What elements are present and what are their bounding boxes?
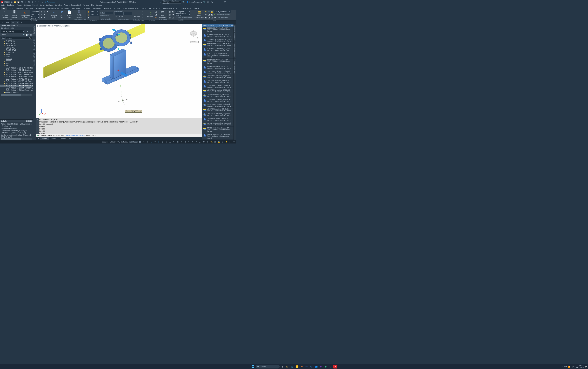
customize-button[interactable]: ≡	[232, 140, 236, 143]
qat-saveas-icon[interactable]: 🖫	[21, 1, 23, 3]
view-tool-3[interactable]: ▧	[168, 16, 171, 19]
ribbon-tab-sucri[interactable]: SuCri	[193, 7, 200, 10]
layer-tool-c[interactable]: ◫	[210, 16, 213, 19]
doc-tab-001[interactable]: 001*✕	[11, 21, 20, 24]
gizmo-toggle[interactable]: ✥	[191, 140, 194, 143]
compass-toggle[interactable]: ◉	[87, 16, 90, 19]
current-project-dropdown[interactable]: Internal_Training	[1, 30, 24, 33]
show-all-button[interactable]: 👁Alle anzeigen	[159, 10, 166, 18]
drawing-canvas[interactable]: [–][Benutzerdefinierte Ansicht][Konzeptu…	[36, 24, 202, 118]
spec-dropdown-3[interactable]: SuCri Module	[30, 16, 40, 19]
panel-caption[interactable]: Teil einfügen ▾	[20, 19, 50, 21]
search-icon[interactable]: 🔍	[29, 37, 31, 39]
data-manager-button[interactable]: 🗄Daten- manager	[10, 10, 19, 18]
palette-item[interactable]: STABIL D3G,Undefined_ET (SuCri Module 1 …	[202, 122, 233, 127]
iso-toggle[interactable]: ◈	[157, 140, 160, 143]
side-tab-0[interactable]: Quelldateien	[33, 24, 36, 36]
view-tool-1[interactable]: ▦	[168, 10, 171, 13]
zentrum-label[interactable]: ⊕ Zentrum ▾	[100, 14, 109, 16]
menu-datei[interactable]: Datei	[1, 4, 5, 7]
dynucs-toggle[interactable]: ⊿	[184, 140, 187, 143]
lauf-input[interactable]	[123, 12, 132, 15]
layer-adjust-label[interactable]: Layer anpassen	[217, 17, 228, 18]
tree-node[interactable]: ▪PN15CM1S01	[0, 45, 33, 47]
qat-saveweb-icon[interactable]: 🖫	[28, 1, 30, 3]
ribbon-tab-beschriften[interactable]: Beschriften	[70, 7, 82, 10]
tree-hscrollbar[interactable]	[1, 94, 32, 96]
side-tab-1[interactable]: Orthogonale DWG	[33, 36, 36, 51]
layer-tool-a[interactable]: ◩	[204, 16, 207, 19]
isolate-toggle[interactable]: ◎	[221, 140, 224, 143]
support-tool-2[interactable]: ▪	[142, 13, 144, 16]
layer-match-icon[interactable]: ≣	[204, 13, 207, 16]
compass-icon-1[interactable]: ◐	[87, 10, 90, 13]
layout-tab-layout1[interactable]: Layout1	[49, 137, 58, 140]
tree-node[interactable]: ▪PN15CL1S01	[0, 42, 33, 45]
polar-toggle[interactable]: ✶	[154, 140, 157, 143]
tree-new-icon[interactable]: 📄	[26, 34, 28, 36]
palette-item[interactable]: LA-HV 90,Undefined_ET (SuCri Module 1 - …	[202, 79, 233, 84]
details-view-1-icon[interactable]: ▤	[26, 120, 28, 122]
palette-item[interactable]: BG52 F80/100,Undefined_ET (SuCri Module …	[202, 38, 233, 43]
ribbon-tab-zusammenarbeiten[interactable]: Zusammenarbeiten	[122, 7, 140, 10]
ribbon-tab-lisega-tools[interactable]: LISEGA Tools	[178, 7, 193, 10]
view-name-dropdown[interactable]: Ungesicherte Ansicht	[175, 13, 190, 16]
teil-tool-7[interactable]: ⊖	[43, 16, 46, 19]
command-history[interactable]: ✕ Einfügepunkt angeben: Punktposition an…	[36, 118, 202, 134]
compass-angle-1[interactable]: 45°	[90, 10, 99, 13]
make-current-label[interactable]: Als aktuell festlegen	[217, 14, 231, 15]
view-tool-2[interactable]: ▩	[168, 13, 171, 16]
menu-bemaßen[interactable]: Bemaßen	[55, 4, 62, 7]
teil-tool-2[interactable]: ⊟	[43, 10, 46, 13]
ortho-toggle[interactable]: ∟	[150, 140, 153, 143]
tree-node[interactable]: ▪SuCri Module 1 - MPSS 140 Systemteile	[0, 80, 33, 82]
slope-tool-3[interactable]: ⇄	[121, 15, 123, 18]
tree-node[interactable]: ▪Sch 80 PVC	[0, 51, 33, 53]
compass-angle-2[interactable]: 45°	[90, 13, 99, 16]
teil-tool-4[interactable]: ⊡	[40, 13, 43, 16]
minimize-button[interactable]: —	[214, 0, 220, 4]
doc-tabs-menu-icon[interactable]: ≡	[1, 21, 4, 24]
ribbon-tab-analyse[interactable]: Analyse	[25, 7, 34, 10]
qat-undo-icon[interactable]: ↶	[34, 1, 37, 3]
workspace-button[interactable]: ⚙	[202, 140, 205, 143]
tree-props-icon[interactable]: ▦	[30, 34, 32, 36]
layout-tab-layout2[interactable]: Layout2	[58, 137, 68, 140]
palette-item[interactable]: LC-HV 90,Undefined_ET (SuCri Module 1 - …	[202, 93, 233, 98]
project-tree[interactable]: ▪PN09SP1S01▪PN15CL1S01▪PN15CM1S01▪Sch 40…	[0, 40, 33, 119]
ribbon-tab-modellieren[interactable]: Modellieren	[34, 7, 47, 10]
help-search-input[interactable]: Stichwort oder Frage eingeben	[162, 0, 181, 4]
palette-tab-0[interactable]: Dynamische Rohrklasse	[234, 24, 236, 41]
ribbon-tab-stahlbau[interactable]: Stahlbau	[15, 7, 25, 10]
side-tab-2[interactable]: Isometrische DWG	[33, 51, 36, 67]
details-view-3-icon[interactable]: ▦	[30, 120, 32, 122]
tree-node[interactable]: ▪SS1500	[0, 56, 33, 58]
lineweight-toggle[interactable]: ≡	[172, 140, 175, 143]
menu-format[interactable]: Format	[32, 4, 38, 7]
annoscale-dd[interactable]: 人	[199, 140, 202, 143]
menu-ändern[interactable]: Ändern	[64, 4, 70, 7]
cycling-toggle[interactable]: ⟳	[180, 140, 183, 143]
teil-tool-1[interactable]: ⊞	[40, 10, 43, 13]
palette-item[interactable]: LD-HV 200,Undefined_ET (SuCri Module 1 -…	[202, 103, 233, 108]
cmd-prompt-keywords[interactable]: Basispunkt Zurück Exit	[65, 134, 84, 136]
qat-dropdown-icon[interactable]: ▾	[41, 1, 43, 3]
app-switcher-icon[interactable]: 𝄜▾	[207, 1, 210, 3]
tree-node[interactable]: ▫SuCri Module 1 - Sikla siMetrix - Metri…	[0, 89, 33, 91]
palette-item[interactable]: LC-HV 200,Undefined_ET (SuCri Module 1 -…	[202, 89, 233, 93]
ribbon-tab-verfügbare-apps[interactable]: Verfügbare Apps	[162, 7, 178, 10]
tree-refresh-icon[interactable]: ↻	[28, 34, 30, 36]
panel-caption[interactable]: Kompass ▾	[86, 19, 99, 21]
qat-new-icon[interactable]: ▦	[10, 1, 13, 3]
layout-tab-modell[interactable]: Modell	[40, 137, 49, 140]
pm-search-input[interactable]: Durchsuchen 🔍	[1, 37, 32, 40]
tree-node[interactable]: ▪SuCri Module 1 - BE 2_3 Extension	[0, 71, 33, 73]
teil-tool-3[interactable]: ▾	[46, 10, 49, 13]
grid-toggle[interactable]: ▦	[138, 140, 142, 143]
menu-bearbeiten[interactable]: Bearbeiten	[7, 4, 15, 7]
close-button[interactable]: ✕	[229, 0, 236, 4]
compass-icon-2[interactable]: ◑	[87, 13, 90, 16]
project-manager-button[interactable]: 🗂Projekt- manager	[1, 10, 10, 18]
layer-state-1[interactable]: ☀	[204, 10, 207, 13]
tree-node[interactable]: ▪Sch 80 CPVC	[0, 49, 33, 51]
